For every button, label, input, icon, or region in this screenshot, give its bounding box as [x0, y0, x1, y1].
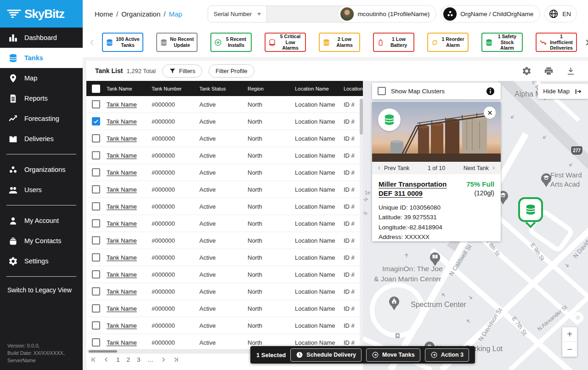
- info-icon[interactable]: [486, 86, 495, 96]
- show-map-clusters-bar: Show Map Clusters: [372, 83, 501, 99]
- selected-tank-map-pin[interactable]: [518, 197, 544, 231]
- column-header-region[interactable]: Region: [248, 86, 295, 91]
- first-page-button[interactable]: [90, 356, 97, 363]
- column-header-location-name[interactable]: Location Name: [295, 86, 344, 91]
- status-card-100-active-tanks[interactable]: 100 Active Tanks: [102, 33, 143, 52]
- move-tanks-button[interactable]: Move Tanks: [366, 348, 420, 362]
- column-header-location[interactable]: Location: [344, 86, 363, 91]
- vertical-scrollbar[interactable]: [360, 98, 363, 346]
- sidebar-item-settings[interactable]: Settings: [0, 251, 83, 271]
- select-all-checkbox[interactable]: [92, 85, 100, 93]
- breadcrumb-map[interactable]: Map: [169, 10, 182, 18]
- language-chip[interactable]: EN: [544, 5, 577, 23]
- row-checkbox[interactable]: [92, 338, 100, 347]
- row-checkbox[interactable]: [92, 100, 100, 108]
- status-card-2-low-alarms[interactable]: 2 Low Alarms: [319, 33, 360, 52]
- tank-name-link[interactable]: Tank Name: [107, 254, 137, 261]
- prev-tank-button[interactable]: Prev Tank: [377, 165, 409, 171]
- tank-name-link[interactable]: Tank Name: [107, 271, 137, 278]
- row-checkbox[interactable]: [92, 202, 100, 211]
- user-profile-chip[interactable]: mcoutinho (1ProfileName): [338, 5, 436, 23]
- tank-name-link[interactable]: Tank Name: [107, 339, 137, 346]
- column-header-tank-name[interactable]: Tank Name: [107, 86, 152, 91]
- cards-scroll-right-button[interactable]: [582, 39, 588, 46]
- next-tank-button[interactable]: Next Tank: [464, 165, 496, 171]
- page-number-2[interactable]: 2: [126, 356, 131, 363]
- switch-legacy-link[interactable]: Switch to Legacy View: [0, 282, 83, 298]
- tank-name-link[interactable]: Tank Name: [107, 322, 137, 329]
- row-checkbox[interactable]: [92, 117, 100, 125]
- status-card-1-inefficient-deliveries[interactable]: 1 Inefficient Deliveries: [536, 33, 577, 52]
- sidebar-item-users[interactable]: Users: [0, 180, 83, 200]
- tank-name-link[interactable]: Tank Name: [107, 186, 137, 193]
- skybitz-app: SkyBitz Dashboard Tanks Map Reports Fore…: [0, 0, 588, 370]
- row-checkbox[interactable]: [92, 236, 100, 245]
- status-card-5-critical-low-alarms[interactable]: 5 Critical Low Alarms: [265, 33, 306, 52]
- status-card-1-low-battery[interactable]: 1 Low Battery: [373, 33, 414, 52]
- zoom-out-button[interactable]: −: [562, 342, 577, 357]
- map-canvas[interactable]: N Caldwell StE 9th StE 8th StN Davidson …: [363, 81, 588, 370]
- status-card-1-safety-stock-alarm[interactable]: 1 Safety Stock Alarm: [481, 33, 523, 52]
- last-page-button[interactable]: [173, 356, 180, 363]
- status-card-1-reorder-alarm[interactable]: 1 Reorder Alarm: [427, 33, 469, 52]
- row-checkbox[interactable]: [92, 321, 100, 330]
- tank-name-link[interactable]: Tank Name: [107, 135, 137, 142]
- show-map-clusters-checkbox[interactable]: [378, 87, 386, 95]
- tank-name-link[interactable]: Tank Name: [107, 305, 137, 312]
- row-checkbox[interactable]: [92, 219, 100, 228]
- column-header-tank-number[interactable]: Tank Number: [152, 86, 199, 91]
- tank-name-link[interactable]: Miller Transportation DEF 311 0009: [379, 180, 447, 198]
- download-icon[interactable]: [566, 66, 576, 76]
- breadcrumb-home[interactable]: Home: [95, 10, 113, 18]
- column-header-tank-status[interactable]: Tank Status: [199, 86, 248, 91]
- cards-scroll-left-button[interactable]: [86, 39, 97, 46]
- vertical-scrollbar-thumb[interactable]: [360, 99, 363, 135]
- tank-name-link[interactable]: Tank Name: [107, 203, 137, 210]
- sidebar-item-reports[interactable]: Reports: [0, 88, 83, 108]
- skybitz-logo[interactable]: SkyBitz: [0, 0, 83, 28]
- row-checkbox[interactable]: [92, 151, 100, 159]
- row-checkbox[interactable]: [92, 253, 100, 262]
- page-number-3[interactable]: 3: [136, 356, 141, 363]
- page-number-1[interactable]: 1: [116, 356, 120, 363]
- zoom-in-button[interactable]: +: [562, 327, 577, 342]
- filter-profile-button[interactable]: Filter Profile: [209, 64, 254, 78]
- sidebar-item-tanks[interactable]: Tanks: [0, 48, 83, 68]
- filters-button[interactable]: Filters: [162, 64, 202, 78]
- sidebar-item-my-account[interactable]: My Account: [0, 211, 83, 231]
- sidebar-item-my-contacts[interactable]: My Contacts: [0, 231, 83, 251]
- table-settings-gear-icon[interactable]: [522, 66, 531, 76]
- search-category-dropdown[interactable]: Serial Number: [208, 6, 267, 22]
- organization-chip[interactable]: OrgName / ChildOrgName: [441, 5, 540, 23]
- close-card-button[interactable]: [484, 107, 496, 119]
- sidebar-item-forecasting[interactable]: Forecasting: [0, 108, 83, 129]
- sidebar-item-organizations[interactable]: Organizations: [0, 159, 83, 180]
- row-checkbox[interactable]: [92, 134, 100, 142]
- horizontal-scrollbar-thumb[interactable]: [89, 350, 117, 353]
- next-page-button[interactable]: [160, 356, 167, 363]
- tank-name-link[interactable]: Tank Name: [107, 118, 137, 125]
- row-checkbox[interactable]: [92, 287, 100, 296]
- status-card-5-recent-installs[interactable]: 5 Recent Installs: [210, 33, 252, 52]
- sidebar-item-dashboard[interactable]: Dashboard: [0, 28, 83, 48]
- schedule-delivery-button[interactable]: Schedule Delivery: [290, 348, 362, 362]
- tank-name-link[interactable]: Tank Name: [107, 152, 137, 159]
- status-card-no-recent-update[interactable]: No Recent Update: [156, 33, 198, 52]
- print-icon[interactable]: [544, 66, 554, 76]
- tank-name-link[interactable]: Tank Name: [107, 101, 137, 108]
- page-number-…[interactable]: …: [147, 356, 154, 363]
- hide-map-button[interactable]: Hide Map: [538, 84, 588, 99]
- tank-name-link[interactable]: Tank Name: [107, 220, 137, 227]
- sidebar-item-deliveries[interactable]: Deliveries: [0, 129, 83, 149]
- tank-name-link[interactable]: Tank Name: [107, 237, 137, 244]
- row-checkbox[interactable]: [92, 304, 100, 313]
- action-3-button[interactable]: Action 3: [425, 348, 469, 362]
- sidebar-item-map[interactable]: Map: [0, 68, 83, 88]
- row-checkbox[interactable]: [92, 168, 100, 176]
- prev-page-button[interactable]: [103, 356, 110, 363]
- row-checkbox[interactable]: [92, 185, 100, 194]
- row-checkbox[interactable]: [92, 270, 100, 279]
- breadcrumb-organization[interactable]: Organization: [121, 10, 160, 18]
- tank-name-link[interactable]: Tank Name: [107, 288, 137, 295]
- tank-name-link[interactable]: Tank Name: [107, 169, 137, 176]
